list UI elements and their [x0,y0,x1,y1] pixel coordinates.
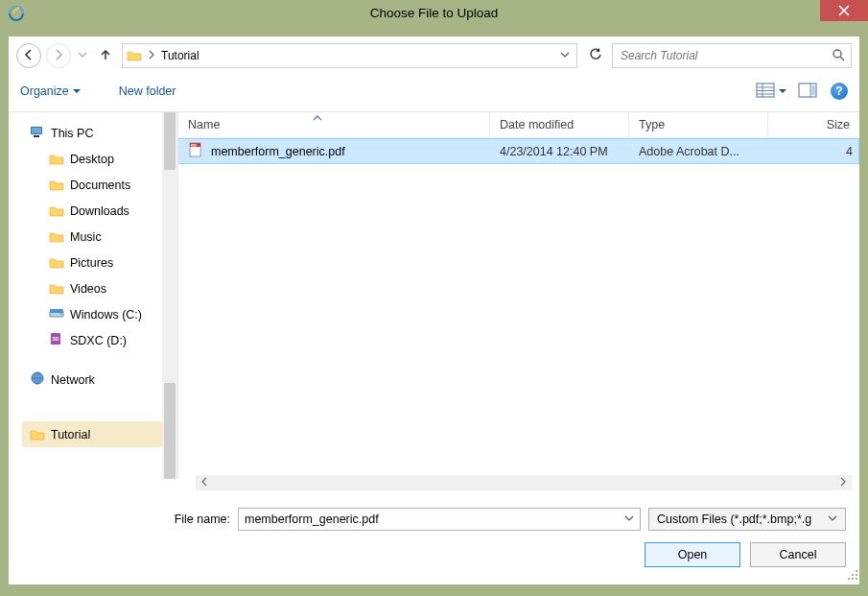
tree-videos[interactable]: Videos [22,275,177,301]
tree-this-pc[interactable]: This PC [22,120,177,146]
svg-text:SD: SD [53,336,59,342]
network-icon [30,370,45,389]
breadcrumb-separator-icon[interactable] [148,49,155,62]
chevron-down-icon [560,49,570,62]
tree-label: Documents [70,179,130,192]
up-one-level-button[interactable] [94,44,117,67]
scroll-right-button[interactable] [836,476,850,489]
svg-point-24 [852,574,854,576]
window-title: Choose File to Upload [0,6,868,20]
file-name: memberform_generic.pdf [211,145,345,158]
scroll-left-button[interactable] [198,476,211,489]
tree-label: Pictures [70,256,113,270]
folder-icon [127,48,142,63]
file-type-filter[interactable]: Custom Files (*.pdf;*.bmp;*.g [648,508,846,531]
cancel-button[interactable]: Cancel [750,542,846,567]
help-icon: ? [835,84,842,98]
tree-label: Downloads [70,204,129,218]
chevron-down-icon [78,49,87,62]
search-box[interactable] [612,43,852,68]
filename-label: File name: [175,513,230,526]
tree-label: Desktop [70,153,114,166]
header-label: Type [639,118,665,131]
folder-icon [49,178,64,193]
folder-icon [30,427,45,442]
svg-rect-14 [50,309,63,313]
tree-downloads[interactable]: Downloads [22,198,177,224]
tree-desktop[interactable]: Desktop [22,146,177,172]
chevron-down-icon [828,513,837,526]
navigation-tree[interactable]: This PC Desktop Documents Downloads Musi… [9,112,177,479]
column-headers: Name Date modified Type Size [178,112,859,138]
pc-icon [30,124,45,142]
tree-network[interactable]: Network [22,367,177,393]
sd-card-icon: SD [49,331,64,349]
refresh-button[interactable] [582,43,607,68]
address-dropdown-button[interactable] [557,49,573,62]
organize-button[interactable]: Organize [20,84,81,98]
dialog-body: Tutorial [9,36,859,584]
address-bar[interactable]: Tutorial [122,43,577,68]
command-bar: Organize New folder [9,75,859,107]
arrow-left-icon [22,48,35,64]
svg-point-23 [856,570,857,572]
tree-documents[interactable]: Documents [22,172,177,198]
tree-music[interactable]: Music [22,224,177,250]
file-row[interactable]: PDF memberform_generic.pdf 4/23/2014 12:… [178,138,859,164]
header-type[interactable]: Type [629,112,768,137]
tree-label: Videos [70,282,106,296]
help-button[interactable]: ? [831,83,848,100]
svg-text:PDF: PDF [191,144,197,148]
folder-icon [49,281,64,297]
horizontal-scrollbar[interactable] [196,475,852,490]
scrollbar-thumb[interactable] [164,112,176,170]
header-name[interactable]: Name [178,112,490,137]
svg-point-15 [60,313,62,315]
tree-pictures[interactable]: Pictures [22,250,177,275]
close-icon [838,5,850,16]
svg-point-25 [856,574,857,576]
resize-grip-icon[interactable] [845,567,858,584]
search-input[interactable] [619,48,832,63]
view-icon [756,82,777,102]
svg-point-1 [833,50,841,58]
svg-rect-9 [811,85,815,95]
new-folder-button[interactable]: New folder [119,84,176,98]
svg-rect-12 [34,135,39,137]
file-list-pane: Name Date modified Type Size PDF memberf… [177,112,859,479]
title-bar: Choose File to Upload [0,0,868,29]
tree-drive-c[interactable]: Windows (C:) [22,301,177,327]
header-size[interactable]: Size [768,112,859,137]
tree-label: Windows (C:) [70,308,142,322]
svg-point-26 [848,578,850,580]
chevron-right-icon [839,476,847,489]
open-button[interactable]: Open [645,542,740,567]
change-view-button[interactable] [756,82,786,102]
tree-drive-d[interactable]: SD SDXC (D:) [22,327,177,353]
svg-point-27 [852,578,854,580]
arrow-right-icon [52,48,65,64]
organize-label: Organize [20,84,69,98]
header-date-modified[interactable]: Date modified [490,112,629,137]
close-button[interactable] [820,0,868,21]
preview-pane-icon [798,88,819,102]
tree-label: Music [70,230,102,244]
tree-scrollbar[interactable] [162,112,177,479]
recent-locations-button[interactable] [76,45,89,66]
search-icon[interactable] [832,48,845,64]
tree-label: SDXC (D:) [70,334,127,347]
folder-icon [49,152,64,167]
tree-tutorial[interactable]: Tutorial [22,421,177,447]
folder-icon [49,229,64,245]
forward-button[interactable] [46,43,71,68]
scrollbar-track[interactable] [211,478,836,488]
scrollbar-thumb[interactable] [164,383,176,479]
pdf-icon: PDF [188,142,203,160]
drive-icon [49,305,64,323]
header-label: Size [827,118,850,131]
back-button[interactable] [16,43,41,68]
filename-combobox[interactable]: memberform_generic.pdf [238,508,641,531]
preview-pane-button[interactable] [798,82,819,102]
chevron-down-icon [624,513,634,526]
address-crumb[interactable]: Tutorial [161,49,551,62]
